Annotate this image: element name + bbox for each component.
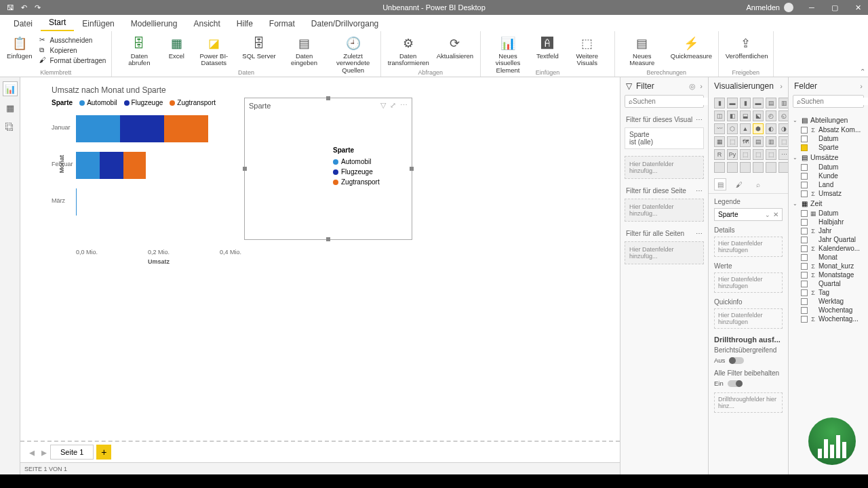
filter-page-drop[interactable]: Hier Datenfelder hinzufüg... [625, 199, 704, 222]
viz-type-0[interactable]: ▮ [714, 98, 725, 108]
page-next-button[interactable]: ▸ [38, 446, 50, 458]
field-monat[interactable]: Monat [791, 253, 865, 262]
filter-all-drop[interactable]: Hier Datenfelder hinzufüg... [625, 241, 704, 264]
filter-card-sparte[interactable]: Sparte ist (alle) [625, 127, 704, 149]
add-page-button[interactable]: + [96, 445, 111, 460]
field-datum[interactable]: Datum [791, 134, 865, 143]
field-werktag[interactable]: Werktag [791, 297, 865, 306]
field-halbjahr[interactable]: Halbjahr [791, 218, 865, 226]
undo-icon[interactable]: ↶ [19, 3, 28, 12]
sql-button[interactable]: 🗄SQL Server [239, 34, 278, 61]
excel-button[interactable]: ▦Excel [165, 34, 188, 61]
copy-button[interactable]: ⧉Kopieren [38, 45, 108, 55]
refresh-button[interactable]: ⟳Aktualisieren [434, 34, 476, 61]
page-tab-1[interactable]: Seite 1 [50, 445, 94, 460]
publish-button[interactable]: ⇪Veröffentlichen [723, 34, 769, 61]
viz-type-23[interactable]: ⬚ [778, 136, 788, 147]
values-drop[interactable]: Hier Datenfelder hinzufügen [714, 272, 783, 293]
viz-type-2[interactable]: ▮ [740, 98, 751, 108]
viz-type-9[interactable]: ⬕ [753, 110, 764, 121]
viz-type-7[interactable]: ◧ [727, 110, 738, 121]
quick-measure-button[interactable]: ⚡Quickmeasure [668, 34, 714, 61]
viz-type-10[interactable]: ◴ [766, 110, 776, 121]
viz-type-29[interactable]: ⋯ [778, 149, 788, 160]
viz-type-4[interactable]: ▤ [766, 98, 776, 108]
viz-type-1[interactable]: ▬ [727, 98, 738, 108]
table-abteilungen[interactable]: ⌄▤Abteilungen [791, 115, 865, 125]
drillthrough-drop[interactable]: Drillthroughfelder hier hinz... [714, 392, 783, 413]
table-zeit[interactable]: ⌄▦Zeit [791, 198, 865, 209]
viz-type-6[interactable]: ◫ [714, 110, 725, 121]
more-icon[interactable]: ⋯ [696, 230, 703, 237]
transform-button[interactable]: ⚙Daten transformieren [385, 34, 431, 68]
field-kalenderwo[interactable]: ΣKalenderwo... [791, 244, 865, 253]
filter-visual-drop[interactable]: Hier Datenfelder hinzufüg... [625, 156, 704, 179]
collapse-ribbon-icon[interactable]: ⌃ [860, 68, 865, 75]
field-datum[interactable]: ▦Datum [791, 209, 865, 218]
maximize-button[interactable]: ▢ [825, 0, 845, 15]
get-data-button[interactable]: 🗄Daten abrufen [116, 34, 162, 68]
viz-type-14[interactable]: ▲ [740, 123, 751, 134]
new-visual-button[interactable]: 📊Neues visuelles Element [485, 34, 531, 75]
viz-type-30[interactable] [714, 162, 725, 173]
viz-type-26[interactable]: ⬚ [740, 149, 751, 160]
field-monatkurz[interactable]: ΣMonat_kurz [791, 262, 865, 270]
eye-icon[interactable]: ◎ [689, 82, 696, 91]
fields-tab-button[interactable]: ▤ [714, 178, 726, 190]
slicer-visual[interactable]: Sparte ▽ ⤢ ⋯ Sparte Automobil Flugzeuge … [244, 98, 412, 240]
viz-type-28[interactable]: ⬚ [766, 149, 776, 160]
field-umsatz[interactable]: ΣUmsatz [791, 189, 865, 198]
page-prev-button[interactable]: ◂ [26, 446, 38, 458]
viz-type-21[interactable]: ▤ [753, 136, 764, 147]
collapse-pane-icon[interactable]: › [780, 82, 783, 90]
field-wochentag[interactable]: ΣWochentag... [791, 314, 865, 323]
viz-type-15[interactable]: ⬢ [753, 123, 764, 134]
more-visuals-button[interactable]: ⬚Weitere Visuals [564, 34, 610, 68]
viz-type-33[interactable] [753, 162, 764, 173]
tab-format[interactable]: Format [261, 16, 303, 31]
redo-icon[interactable]: ↷ [33, 3, 42, 12]
field-quartal[interactable]: Quartal [791, 279, 865, 288]
data-view-button[interactable]: ▦ [3, 100, 18, 115]
tab-help[interactable]: Hilfe [229, 16, 261, 31]
viz-type-11[interactable]: ◵ [778, 110, 788, 121]
field-land[interactable]: Land [791, 180, 865, 189]
viz-type-35[interactable] [778, 162, 788, 173]
viz-type-32[interactable] [740, 162, 751, 173]
field-jahrquartal[interactable]: Jahr Quartal [791, 235, 865, 244]
more-icon[interactable]: ⋯ [696, 116, 703, 123]
viz-type-31[interactable] [727, 162, 738, 173]
viz-type-25[interactable]: Py [727, 149, 738, 160]
enter-data-button[interactable]: ▤Daten eingeben [281, 34, 328, 68]
viz-type-27[interactable]: ⬚ [753, 149, 764, 160]
field-kunde[interactable]: Kunde [791, 171, 865, 180]
more-icon[interactable]: ⋯ [696, 187, 703, 195]
close-button[interactable]: ✕ [848, 0, 868, 15]
fields-search[interactable]: ⌕ [793, 95, 864, 108]
viz-type-8[interactable]: ⬓ [740, 110, 751, 121]
fields-search-input[interactable] [801, 98, 868, 105]
pbi-datasets-button[interactable]: ◪Power BI-Datasets [191, 34, 237, 68]
viz-type-13[interactable]: ⬡ [727, 123, 738, 134]
viz-type-18[interactable]: ▦ [714, 136, 725, 147]
field-wochentag[interactable]: Wochentag [791, 306, 865, 314]
collapse-pane-icon[interactable]: › [860, 82, 863, 90]
tab-view[interactable]: Ansicht [185, 16, 228, 31]
viz-type-12[interactable]: 〰 [714, 123, 725, 134]
field-jahr[interactable]: ΣJahr [791, 226, 865, 235]
field-tag[interactable]: ΣTag [791, 288, 865, 297]
tab-file[interactable]: Datei [5, 16, 41, 31]
textbox-button[interactable]: 🅰Textfeld [534, 34, 561, 61]
viz-type-5[interactable]: ▥ [778, 98, 788, 108]
chevron-down-icon[interactable]: ⌄ [765, 211, 770, 218]
paste-button[interactable]: 📋Einfügen [4, 34, 35, 61]
table-umsätze[interactable]: ⌄▤Umsätze [791, 152, 865, 163]
cross-report-toggle[interactable] [729, 357, 744, 364]
save-icon[interactable]: 🖫 [5, 3, 15, 12]
filter-search[interactable]: ⌕ [625, 95, 704, 108]
tab-start[interactable]: Start [41, 15, 74, 31]
tab-model[interactable]: Modellierung [123, 16, 186, 31]
viz-type-17[interactable]: ◑ [778, 123, 788, 134]
filter-search-input[interactable] [633, 98, 719, 105]
details-drop[interactable]: Hier Datenfelder hinzufügen [714, 237, 783, 257]
